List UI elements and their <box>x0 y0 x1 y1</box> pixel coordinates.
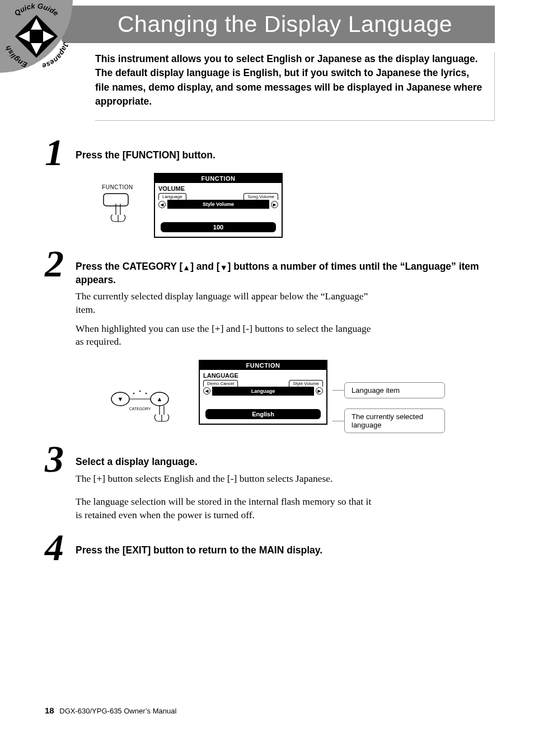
lcd-panel-2: FUNCTION LANGUAGE Demo Cancel Style Volu… <box>199 360 327 425</box>
callout-language-item: Language item <box>344 382 445 398</box>
step-3: 3 Select a display language. The [+] but… <box>50 456 495 522</box>
step-4-number: 4 <box>45 528 64 566</box>
lcd2-section: LANGUAGE <box>200 370 326 380</box>
lcd-panel-1: FUNCTION VOLUME Language Song Volume ◄ S… <box>154 173 283 238</box>
page-title: Changing the Display Language <box>118 11 484 37</box>
category-up-icon: ▲ <box>182 262 190 273</box>
step-3-body-1: The [+] button selects English and the [… <box>76 472 378 486</box>
lcd2-header: FUNCTION <box>200 361 326 370</box>
lcd2-tab-left: Demo Cancel <box>203 380 238 387</box>
step-2-body-1: The currently selected display language … <box>76 290 378 316</box>
svg-text:▼: ▼ <box>118 396 124 402</box>
step-4: 4 Press the [EXIT] button to return to t… <box>50 544 495 557</box>
lcd2-tab-right: Style Volume <box>289 380 323 387</box>
prev-icon: ◄ <box>203 387 210 395</box>
step-1-number: 1 <box>45 133 64 171</box>
svg-point-17 <box>146 393 147 394</box>
step-2-body-2: When highlighted you can use the [+] and… <box>76 322 378 349</box>
function-button-diagram: FUNCTION <box>98 184 137 234</box>
lcd1-mid: Style Volume <box>167 200 269 209</box>
page-footer: 18 DGX-630/YPG-635 Owner’s Manual <box>45 706 176 715</box>
svg-point-15 <box>133 393 134 394</box>
step-1: 1 Press the [FUNCTION] button. FUNCTION … <box>50 149 495 238</box>
lcd2-mid: Language <box>212 387 314 396</box>
lcd1-section: VOLUME <box>155 183 282 193</box>
intro-text: This instrument allows you to select Eng… <box>95 52 483 109</box>
category-down-icon: ▼ <box>220 262 228 273</box>
step-2: 2 Press the CATEGORY [▲] and [▼] buttons… <box>50 260 495 433</box>
step-3-title: Select a display language. <box>76 456 495 469</box>
step-3-body-2: The language selection will be stored in… <box>76 495 378 522</box>
step-1-title: Press the [FUNCTION] button. <box>76 149 495 162</box>
callout-current-language: The currently selected language <box>344 408 445 433</box>
step-2-number: 2 <box>45 245 64 283</box>
next-icon: ► <box>316 387 323 395</box>
page-title-bar: Changing the Display Language <box>62 6 495 43</box>
lcd1-tab-right: Song Volume <box>243 193 278 200</box>
svg-text:CATEGORY: CATEGORY <box>129 407 151 411</box>
category-dial-diagram: ▼ ▲ CATEGORY <box>98 377 182 429</box>
lcd1-tab-left: Language <box>158 193 186 200</box>
lcd1-value: 100 <box>161 222 276 232</box>
prev-icon: ◄ <box>158 201 166 208</box>
page-number: 18 <box>45 706 54 715</box>
lcd1-header: FUNCTION <box>155 174 282 183</box>
svg-point-16 <box>139 391 140 392</box>
doc-title: DGX-630/YPG-635 Owner’s Manual <box>59 707 176 715</box>
svg-text:▲: ▲ <box>157 396 163 402</box>
quick-guide-badge: Quick Guide English Japanese <box>0 0 73 73</box>
next-icon: ► <box>271 201 278 208</box>
step-3-number: 3 <box>45 440 64 478</box>
function-button-label: FUNCTION <box>98 184 137 190</box>
step-2-title: Press the CATEGORY [▲] and [▼] buttons a… <box>76 260 495 287</box>
lcd2-value: English <box>205 409 321 419</box>
step-4-title: Press the [EXIT] button to return to the… <box>76 544 495 557</box>
intro-box: This instrument allows you to select Eng… <box>95 52 495 121</box>
